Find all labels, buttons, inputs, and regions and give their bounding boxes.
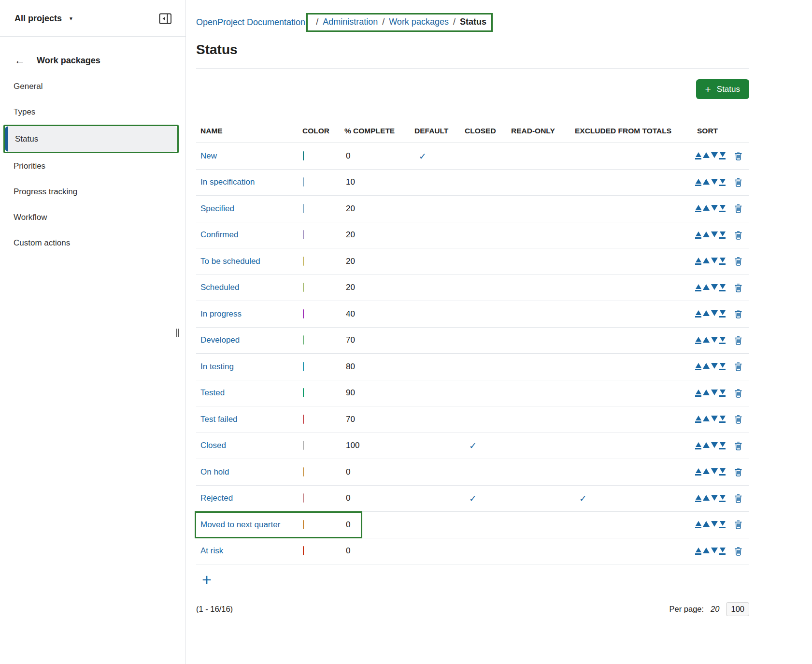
move-to-top-icon[interactable] xyxy=(695,310,701,318)
move-down-icon[interactable] xyxy=(711,310,718,316)
delete-status-icon[interactable] xyxy=(727,204,749,213)
status-name-link[interactable]: Closed xyxy=(200,441,226,450)
breadcrumb-work-packages-link[interactable]: Work packages xyxy=(389,17,449,27)
move-up-icon[interactable] xyxy=(703,152,710,158)
move-to-bottom-icon[interactable] xyxy=(719,442,726,449)
delete-status-icon[interactable] xyxy=(727,362,749,371)
delete-status-icon[interactable] xyxy=(727,547,749,556)
move-up-icon[interactable] xyxy=(703,521,710,527)
status-name-link[interactable]: Tested xyxy=(200,388,225,397)
back-arrow-icon[interactable]: ← xyxy=(14,54,34,67)
move-to-bottom-icon[interactable] xyxy=(719,258,726,265)
delete-status-icon[interactable] xyxy=(727,494,749,503)
status-name-link[interactable]: Rejected xyxy=(200,493,233,503)
move-down-icon[interactable] xyxy=(711,521,718,527)
status-name-link[interactable]: Specified xyxy=(200,204,234,213)
delete-status-icon[interactable] xyxy=(727,520,749,529)
status-name-link[interactable]: To be scheduled xyxy=(200,257,260,266)
move-to-top-icon[interactable] xyxy=(695,468,701,476)
move-down-icon[interactable] xyxy=(711,205,718,211)
status-name-link[interactable]: In progress xyxy=(200,309,242,318)
move-to-bottom-icon[interactable] xyxy=(719,205,726,212)
breadcrumb-administration-link[interactable]: Administration xyxy=(323,17,378,27)
sidebar-item-progress-tracking[interactable]: Progress tracking xyxy=(3,179,179,204)
sidebar-item-status[interactable]: Status xyxy=(5,126,177,152)
move-up-icon[interactable] xyxy=(703,337,710,343)
move-to-top-icon[interactable] xyxy=(695,284,701,291)
delete-status-icon[interactable] xyxy=(727,336,749,345)
breadcrumb-root-link[interactable]: OpenProject Documentation xyxy=(196,17,305,28)
move-up-icon[interactable] xyxy=(703,416,710,421)
move-up-icon[interactable] xyxy=(703,468,710,474)
sidebar-item-workflow[interactable]: Workflow xyxy=(3,204,179,230)
move-to-bottom-icon[interactable] xyxy=(719,548,726,555)
move-to-bottom-icon[interactable] xyxy=(719,152,726,159)
move-to-top-icon[interactable] xyxy=(695,205,701,212)
delete-status-icon[interactable] xyxy=(727,231,749,240)
move-to-bottom-icon[interactable] xyxy=(719,468,726,476)
move-to-bottom-icon[interactable] xyxy=(719,390,726,397)
move-down-icon[interactable] xyxy=(711,495,718,501)
move-up-icon[interactable] xyxy=(703,231,710,237)
status-name-link[interactable]: At risk xyxy=(200,546,223,555)
move-to-top-icon[interactable] xyxy=(695,179,701,186)
sidebar-resize-handle[interactable] xyxy=(176,329,179,337)
add-status-inline-button[interactable]: + xyxy=(202,570,212,589)
sidebar-item-types[interactable]: Types xyxy=(3,99,179,125)
sidebar-item-custom-actions[interactable]: Custom actions xyxy=(3,230,179,256)
move-down-icon[interactable] xyxy=(711,468,718,474)
move-to-top-icon[interactable] xyxy=(695,337,701,344)
sidebar-item-general[interactable]: General xyxy=(3,73,179,99)
add-status-button[interactable]: + Status xyxy=(696,79,749,99)
status-name-link[interactable]: Test failed xyxy=(200,415,238,424)
status-name-link[interactable]: Moved to next quarter xyxy=(200,520,280,529)
move-to-top-icon[interactable] xyxy=(695,390,701,397)
move-down-icon[interactable] xyxy=(711,363,718,369)
status-name-link[interactable]: New xyxy=(200,151,217,160)
move-to-top-icon[interactable] xyxy=(695,258,701,265)
move-up-icon[interactable] xyxy=(703,363,710,369)
move-up-icon[interactable] xyxy=(703,258,710,263)
delete-status-icon[interactable] xyxy=(727,257,749,266)
delete-status-icon[interactable] xyxy=(727,415,749,424)
move-to-top-icon[interactable] xyxy=(695,548,701,555)
move-to-bottom-icon[interactable] xyxy=(719,363,726,370)
move-down-icon[interactable] xyxy=(711,390,718,395)
move-up-icon[interactable] xyxy=(703,442,710,448)
status-name-link[interactable]: Scheduled xyxy=(200,283,239,292)
move-to-bottom-icon[interactable] xyxy=(719,416,726,423)
move-up-icon[interactable] xyxy=(703,310,710,316)
status-name-link[interactable]: Developed xyxy=(200,335,240,345)
move-up-icon[interactable] xyxy=(703,179,710,185)
move-to-top-icon[interactable] xyxy=(695,442,701,449)
chevron-down-icon[interactable]: ▼ xyxy=(69,16,73,21)
move-to-top-icon[interactable] xyxy=(695,495,701,502)
move-to-bottom-icon[interactable] xyxy=(719,284,726,291)
move-to-top-icon[interactable] xyxy=(695,521,701,528)
move-up-icon[interactable] xyxy=(703,495,710,501)
move-down-icon[interactable] xyxy=(711,416,718,421)
delete-status-icon[interactable] xyxy=(727,151,749,160)
move-to-bottom-icon[interactable] xyxy=(719,231,726,239)
delete-status-icon[interactable] xyxy=(727,309,749,318)
status-name-link[interactable]: In testing xyxy=(200,362,234,371)
move-to-top-icon[interactable] xyxy=(695,363,701,370)
delete-status-icon[interactable] xyxy=(727,178,749,187)
move-down-icon[interactable] xyxy=(711,284,718,290)
move-up-icon[interactable] xyxy=(703,205,710,211)
move-to-bottom-icon[interactable] xyxy=(719,179,726,186)
sidebar-item-priorities[interactable]: Priorities xyxy=(3,153,179,179)
move-down-icon[interactable] xyxy=(711,442,718,448)
per-page-option-20[interactable]: 20 xyxy=(711,605,719,614)
move-to-top-icon[interactable] xyxy=(695,231,701,239)
move-to-top-icon[interactable] xyxy=(695,152,701,159)
move-up-icon[interactable] xyxy=(703,390,710,395)
collapse-sidebar-icon[interactable] xyxy=(159,13,172,25)
move-to-top-icon[interactable] xyxy=(695,416,701,423)
move-up-icon[interactable] xyxy=(703,548,710,553)
delete-status-icon[interactable] xyxy=(727,441,749,450)
move-down-icon[interactable] xyxy=(711,258,718,263)
move-to-bottom-icon[interactable] xyxy=(719,495,726,502)
delete-status-icon[interactable] xyxy=(727,389,749,398)
project-selector[interactable]: All projects xyxy=(14,14,62,24)
